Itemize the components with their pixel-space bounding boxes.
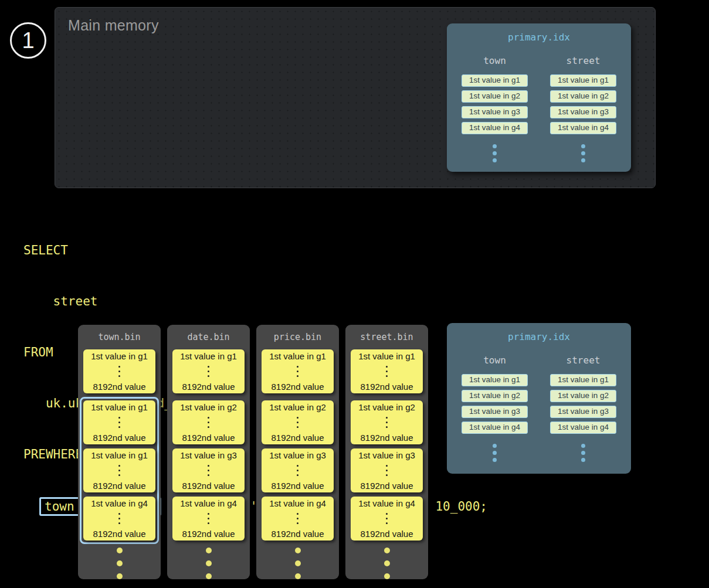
ellipsis-dots-icon — [386, 366, 388, 377]
granule-block: 1st value in g4 8192nd value — [351, 497, 423, 541]
ellipsis-dots-icon — [297, 366, 298, 377]
step-number: 1 — [22, 29, 34, 52]
granule-first-value: 1st value in g4 — [269, 498, 326, 508]
main-memory-title: Main memory — [68, 17, 159, 34]
granule-first-value: 1st value in g4 — [180, 498, 237, 508]
idx-cell: 1st value in g2 — [550, 90, 616, 103]
primary-idx-panel-bottom: primary.idx town street 1st value in g1 … — [447, 323, 631, 474]
sql-line: SELECT — [23, 242, 487, 259]
ellipsis-dots-icon — [208, 513, 209, 524]
granule-last-value: 8192nd value — [93, 433, 145, 443]
granule-block: 1st value in g2 8192nd value — [172, 400, 245, 444]
ellipsis-dots-icon — [386, 465, 388, 476]
ellipsis-dots-icon — [118, 417, 120, 428]
granule-block: 1st value in g1 8192nd value — [172, 349, 245, 393]
idx-column-town: 1st value in g1 1st value in g2 1st valu… — [462, 74, 528, 162]
granule-first-value: 1st value in g1 — [91, 450, 148, 460]
granule-last-value: 8192nd value — [360, 481, 413, 491]
selected-granules-outline: 1st value in g1 8192nd value 1st value i… — [80, 397, 159, 544]
granule-last-value: 8192nd value — [271, 529, 324, 539]
granule-last-value: 8192nd value — [182, 433, 235, 443]
ellipsis-dots-icon — [297, 465, 298, 476]
granule-first-value: 1st value in g4 — [91, 498, 148, 508]
ellipsis-dots-icon — [118, 366, 120, 377]
bin-panel-date: date.bin 1st value in g1 8192nd value 1s… — [167, 325, 250, 579]
granule-block: 1st value in g4 8192nd value — [83, 497, 155, 541]
idx-cell: 1st value in g4 — [462, 422, 528, 434]
idx-cell: 1st value in g1 — [550, 74, 616, 87]
idx-cell: 1st value in g2 — [462, 90, 528, 103]
granule-first-value: 1st value in g1 — [269, 351, 326, 361]
idx-cell: 1st value in g3 — [550, 106, 616, 118]
granule-block: 1st value in g4 8192nd value — [262, 497, 334, 541]
ellipsis-dots-icon — [118, 465, 120, 476]
granule-last-value: 8192nd value — [360, 382, 413, 392]
granule-last-value: 8192nd value — [182, 481, 235, 491]
idx-column-header-town: town — [462, 355, 528, 366]
bin-panel-town: town.bin 1st value in g1 8192nd value 1s… — [78, 325, 161, 579]
ellipsis-dots-icon — [117, 548, 123, 579]
ellipsis-dots-icon — [297, 417, 298, 428]
granule-first-value: 1st value in g2 — [180, 402, 237, 412]
granule-group: 1st value in g2 8192nd value 1st value i… — [169, 397, 248, 544]
primary-idx-columns: 1st value in g1 1st value in g2 1st valu… — [462, 74, 616, 162]
granule-block: 1st value in g2 8192nd value — [262, 400, 334, 444]
idx-cell: 1st value in g3 — [462, 406, 528, 418]
idx-column-header-street: street — [550, 355, 616, 366]
idx-cell: 1st value in g4 — [550, 422, 616, 434]
idx-cell: 1st value in g2 — [462, 390, 528, 402]
granule-last-value: 8192nd value — [93, 481, 145, 491]
granule-block: 1st value in g1 8192nd value — [83, 400, 155, 444]
primary-idx-title: primary.idx — [462, 331, 616, 342]
idx-cell: 1st value in g1 — [462, 74, 528, 87]
idx-column-street: 1st value in g1 1st value in g2 1st valu… — [550, 74, 616, 162]
idx-cell: 1st value in g1 — [550, 374, 616, 386]
bin-title: date.bin — [187, 332, 229, 342]
granule-block: 1st value in g1 8192nd value — [351, 349, 423, 393]
primary-idx-headers: town street — [462, 355, 616, 366]
idx-cell: 1st value in g4 — [462, 122, 528, 134]
ellipsis-dots-icon — [208, 417, 209, 428]
granule-first-value: 1st value in g1 — [180, 351, 237, 361]
ellipsis-dots-icon — [386, 417, 388, 428]
granule-group: 1st value in g2 8192nd value 1st value i… — [258, 397, 337, 544]
ellipsis-dots-icon — [493, 144, 497, 162]
granule-first-value: 1st value in g2 — [269, 402, 326, 412]
ellipsis-dots-icon — [208, 366, 209, 377]
ellipsis-dots-icon — [295, 548, 301, 579]
granule-last-value: 8192nd value — [271, 481, 324, 491]
bin-panel-street: street.bin 1st value in g1 8192nd value … — [345, 325, 428, 579]
idx-column-street: 1st value in g1 1st value in g2 1st valu… — [550, 374, 616, 462]
granule-first-value: 1st value in g4 — [358, 498, 415, 508]
granule-block: 1st value in g4 8192nd value — [172, 497, 245, 541]
granule-block: 1st value in g3 8192nd value — [262, 448, 334, 492]
idx-cell: 1st value in g2 — [550, 390, 616, 402]
granule-first-value: 1st value in g3 — [180, 450, 237, 460]
granule-block: 1st value in g2 8192nd value — [351, 400, 423, 444]
ellipsis-dots-icon — [297, 513, 298, 524]
granule-block: 1st value in g3 8192nd value — [351, 448, 423, 492]
granule-last-value: 8192nd value — [93, 382, 145, 392]
granule-block: 1st value in g1 8192nd value — [83, 448, 155, 492]
diagram-stage: 1 Main memory primary.idx town street 1s… — [0, 0, 709, 588]
granule-block: 1st value in g1 8192nd value — [262, 349, 334, 393]
granule-last-value: 8192nd value — [182, 529, 235, 539]
ellipsis-dots-icon — [493, 444, 497, 462]
idx-cell: 1st value in g3 — [462, 106, 528, 118]
idx-column-header-street: street — [550, 55, 616, 66]
granule-last-value: 8192nd value — [360, 433, 413, 443]
step-number-badge: 1 — [10, 22, 46, 59]
bin-title: town.bin — [98, 332, 140, 342]
primary-idx-columns: 1st value in g1 1st value in g2 1st valu… — [462, 374, 616, 462]
granule-last-value: 8192nd value — [271, 382, 324, 392]
granule-first-value: 1st value in g1 — [91, 402, 148, 412]
bin-title: price.bin — [274, 332, 321, 342]
ellipsis-dots-icon — [581, 444, 585, 462]
sql-line: street — [23, 293, 487, 310]
granule-first-value: 1st value in g1 — [358, 351, 415, 361]
ellipsis-dots-icon — [384, 548, 390, 579]
granule-first-value: 1st value in g3 — [358, 450, 415, 460]
idx-cell: 1st value in g1 — [462, 374, 528, 386]
granule-first-value: 1st value in g1 — [91, 351, 148, 361]
primary-idx-title: primary.idx — [462, 32, 616, 43]
